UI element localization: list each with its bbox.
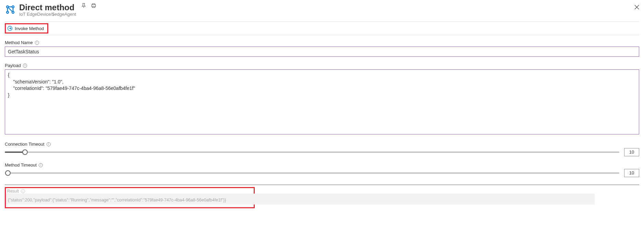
method-name-field: Method Name i <box>5 40 639 57</box>
result-label: Result <box>7 189 19 194</box>
method-timeout-field: Method Timeout i 10 <box>5 162 639 177</box>
info-icon[interactable]: i <box>21 189 25 193</box>
close-button[interactable] <box>634 5 639 10</box>
payload-field: Payload i <box>5 63 639 135</box>
connection-timeout-field: Connection Timeout i 10 <box>5 142 639 156</box>
blade-header: Direct method IoT EdgeDevice/$edgeAgent <box>5 3 639 17</box>
method-name-input[interactable] <box>5 47 639 57</box>
page-title: Direct method <box>19 3 74 12</box>
invoke-method-button[interactable]: Invoke Method <box>6 24 47 32</box>
direct-method-icon <box>5 4 16 15</box>
info-icon[interactable]: i <box>47 142 51 146</box>
invoke-method-label: Invoke Method <box>15 26 44 31</box>
print-icon[interactable] <box>91 3 96 8</box>
payload-input[interactable] <box>5 69 639 134</box>
payload-label: Payload <box>5 63 21 68</box>
method-timeout-label: Method Timeout <box>5 162 37 168</box>
connection-timeout-label: Connection Timeout <box>5 142 45 147</box>
method-timeout-slider[interactable] <box>5 169 619 177</box>
method-timeout-value[interactable]: 10 <box>624 169 639 177</box>
method-name-label: Method Name <box>5 40 33 45</box>
divider <box>5 185 639 185</box>
pin-icon[interactable] <box>81 3 86 8</box>
connection-timeout-value[interactable]: 10 <box>624 148 639 156</box>
breadcrumb: IoT EdgeDevice/$edgeAgent <box>19 12 96 17</box>
result-section: Result i {"status":200,"payload":{"statu… <box>5 187 255 208</box>
invoke-icon <box>7 26 13 31</box>
connection-timeout-slider[interactable] <box>5 148 619 156</box>
info-icon[interactable]: i <box>23 64 27 68</box>
command-bar: Invoke Method <box>5 22 639 35</box>
info-icon[interactable]: i <box>39 163 43 167</box>
info-icon[interactable]: i <box>35 41 39 45</box>
result-output: {"status":200,"payload":{"status":"Runni… <box>6 198 595 202</box>
